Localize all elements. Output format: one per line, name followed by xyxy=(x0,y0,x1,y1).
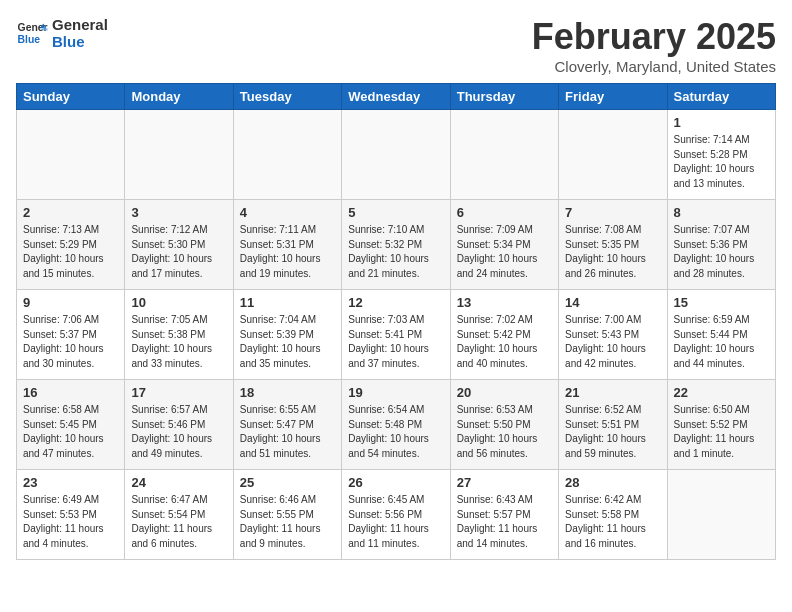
calendar-week-row: 1Sunrise: 7:14 AM Sunset: 5:28 PM Daylig… xyxy=(17,110,776,200)
calendar-day-cell: 27Sunrise: 6:43 AM Sunset: 5:57 PM Dayli… xyxy=(450,470,558,560)
calendar-day-cell: 23Sunrise: 6:49 AM Sunset: 5:53 PM Dayli… xyxy=(17,470,125,560)
day-number: 23 xyxy=(23,475,118,490)
calendar-day-cell: 11Sunrise: 7:04 AM Sunset: 5:39 PM Dayli… xyxy=(233,290,341,380)
calendar-day-cell: 17Sunrise: 6:57 AM Sunset: 5:46 PM Dayli… xyxy=(125,380,233,470)
day-info: Sunrise: 7:08 AM Sunset: 5:35 PM Dayligh… xyxy=(565,223,660,281)
calendar-day-cell xyxy=(450,110,558,200)
day-info: Sunrise: 6:47 AM Sunset: 5:54 PM Dayligh… xyxy=(131,493,226,551)
day-number: 2 xyxy=(23,205,118,220)
logo-text-blue: Blue xyxy=(52,33,108,50)
calendar-day-cell: 10Sunrise: 7:05 AM Sunset: 5:38 PM Dayli… xyxy=(125,290,233,380)
day-info: Sunrise: 6:53 AM Sunset: 5:50 PM Dayligh… xyxy=(457,403,552,461)
calendar-day-cell: 12Sunrise: 7:03 AM Sunset: 5:41 PM Dayli… xyxy=(342,290,450,380)
calendar-day-cell: 15Sunrise: 6:59 AM Sunset: 5:44 PM Dayli… xyxy=(667,290,775,380)
weekday-header-row: SundayMondayTuesdayWednesdayThursdayFrid… xyxy=(17,84,776,110)
calendar-day-cell: 4Sunrise: 7:11 AM Sunset: 5:31 PM Daylig… xyxy=(233,200,341,290)
day-info: Sunrise: 6:50 AM Sunset: 5:52 PM Dayligh… xyxy=(674,403,769,461)
day-info: Sunrise: 7:02 AM Sunset: 5:42 PM Dayligh… xyxy=(457,313,552,371)
calendar-table: SundayMondayTuesdayWednesdayThursdayFrid… xyxy=(16,83,776,560)
day-number: 21 xyxy=(565,385,660,400)
day-info: Sunrise: 6:59 AM Sunset: 5:44 PM Dayligh… xyxy=(674,313,769,371)
logo: General Blue General Blue xyxy=(16,16,108,50)
day-number: 16 xyxy=(23,385,118,400)
calendar-day-cell: 19Sunrise: 6:54 AM Sunset: 5:48 PM Dayli… xyxy=(342,380,450,470)
calendar-day-cell xyxy=(667,470,775,560)
calendar-day-cell: 9Sunrise: 7:06 AM Sunset: 5:37 PM Daylig… xyxy=(17,290,125,380)
calendar-day-cell xyxy=(342,110,450,200)
calendar-day-cell: 26Sunrise: 6:45 AM Sunset: 5:56 PM Dayli… xyxy=(342,470,450,560)
day-number: 14 xyxy=(565,295,660,310)
day-info: Sunrise: 6:42 AM Sunset: 5:58 PM Dayligh… xyxy=(565,493,660,551)
calendar-week-row: 23Sunrise: 6:49 AM Sunset: 5:53 PM Dayli… xyxy=(17,470,776,560)
day-info: Sunrise: 7:10 AM Sunset: 5:32 PM Dayligh… xyxy=(348,223,443,281)
day-info: Sunrise: 7:03 AM Sunset: 5:41 PM Dayligh… xyxy=(348,313,443,371)
day-info: Sunrise: 7:11 AM Sunset: 5:31 PM Dayligh… xyxy=(240,223,335,281)
month-title: February 2025 xyxy=(532,16,776,58)
day-number: 8 xyxy=(674,205,769,220)
calendar-day-cell: 7Sunrise: 7:08 AM Sunset: 5:35 PM Daylig… xyxy=(559,200,667,290)
calendar-day-cell: 1Sunrise: 7:14 AM Sunset: 5:28 PM Daylig… xyxy=(667,110,775,200)
calendar-day-cell: 24Sunrise: 6:47 AM Sunset: 5:54 PM Dayli… xyxy=(125,470,233,560)
calendar-week-row: 16Sunrise: 6:58 AM Sunset: 5:45 PM Dayli… xyxy=(17,380,776,470)
weekday-header-saturday: Saturday xyxy=(667,84,775,110)
day-number: 6 xyxy=(457,205,552,220)
calendar-day-cell: 6Sunrise: 7:09 AM Sunset: 5:34 PM Daylig… xyxy=(450,200,558,290)
calendar-day-cell: 13Sunrise: 7:02 AM Sunset: 5:42 PM Dayli… xyxy=(450,290,558,380)
day-number: 19 xyxy=(348,385,443,400)
logo-text-general: General xyxy=(52,16,108,33)
svg-text:Blue: Blue xyxy=(18,34,41,45)
day-info: Sunrise: 7:13 AM Sunset: 5:29 PM Dayligh… xyxy=(23,223,118,281)
day-info: Sunrise: 6:52 AM Sunset: 5:51 PM Dayligh… xyxy=(565,403,660,461)
day-number: 17 xyxy=(131,385,226,400)
day-number: 18 xyxy=(240,385,335,400)
calendar-day-cell: 25Sunrise: 6:46 AM Sunset: 5:55 PM Dayli… xyxy=(233,470,341,560)
logo-icon: General Blue xyxy=(16,17,48,49)
day-info: Sunrise: 6:49 AM Sunset: 5:53 PM Dayligh… xyxy=(23,493,118,551)
day-number: 4 xyxy=(240,205,335,220)
calendar-day-cell xyxy=(125,110,233,200)
day-number: 24 xyxy=(131,475,226,490)
day-number: 26 xyxy=(348,475,443,490)
day-info: Sunrise: 7:00 AM Sunset: 5:43 PM Dayligh… xyxy=(565,313,660,371)
day-info: Sunrise: 6:46 AM Sunset: 5:55 PM Dayligh… xyxy=(240,493,335,551)
day-number: 12 xyxy=(348,295,443,310)
weekday-header-wednesday: Wednesday xyxy=(342,84,450,110)
calendar-day-cell: 21Sunrise: 6:52 AM Sunset: 5:51 PM Dayli… xyxy=(559,380,667,470)
calendar-day-cell: 5Sunrise: 7:10 AM Sunset: 5:32 PM Daylig… xyxy=(342,200,450,290)
day-number: 22 xyxy=(674,385,769,400)
weekday-header-sunday: Sunday xyxy=(17,84,125,110)
calendar-day-cell: 8Sunrise: 7:07 AM Sunset: 5:36 PM Daylig… xyxy=(667,200,775,290)
calendar-day-cell: 3Sunrise: 7:12 AM Sunset: 5:30 PM Daylig… xyxy=(125,200,233,290)
weekday-header-friday: Friday xyxy=(559,84,667,110)
day-number: 13 xyxy=(457,295,552,310)
day-info: Sunrise: 6:45 AM Sunset: 5:56 PM Dayligh… xyxy=(348,493,443,551)
calendar-day-cell: 16Sunrise: 6:58 AM Sunset: 5:45 PM Dayli… xyxy=(17,380,125,470)
calendar-day-cell: 14Sunrise: 7:00 AM Sunset: 5:43 PM Dayli… xyxy=(559,290,667,380)
day-number: 27 xyxy=(457,475,552,490)
location-text: Cloverly, Maryland, United States xyxy=(532,58,776,75)
weekday-header-thursday: Thursday xyxy=(450,84,558,110)
day-info: Sunrise: 7:06 AM Sunset: 5:37 PM Dayligh… xyxy=(23,313,118,371)
day-info: Sunrise: 6:43 AM Sunset: 5:57 PM Dayligh… xyxy=(457,493,552,551)
day-number: 1 xyxy=(674,115,769,130)
day-info: Sunrise: 7:09 AM Sunset: 5:34 PM Dayligh… xyxy=(457,223,552,281)
calendar-day-cell xyxy=(17,110,125,200)
day-number: 3 xyxy=(131,205,226,220)
day-info: Sunrise: 6:55 AM Sunset: 5:47 PM Dayligh… xyxy=(240,403,335,461)
day-info: Sunrise: 7:05 AM Sunset: 5:38 PM Dayligh… xyxy=(131,313,226,371)
day-number: 7 xyxy=(565,205,660,220)
day-number: 11 xyxy=(240,295,335,310)
day-info: Sunrise: 6:57 AM Sunset: 5:46 PM Dayligh… xyxy=(131,403,226,461)
page-header: General Blue General Blue February 2025 … xyxy=(16,16,776,75)
calendar-week-row: 9Sunrise: 7:06 AM Sunset: 5:37 PM Daylig… xyxy=(17,290,776,380)
day-info: Sunrise: 6:58 AM Sunset: 5:45 PM Dayligh… xyxy=(23,403,118,461)
day-info: Sunrise: 6:54 AM Sunset: 5:48 PM Dayligh… xyxy=(348,403,443,461)
calendar-day-cell: 28Sunrise: 6:42 AM Sunset: 5:58 PM Dayli… xyxy=(559,470,667,560)
calendar-day-cell: 2Sunrise: 7:13 AM Sunset: 5:29 PM Daylig… xyxy=(17,200,125,290)
day-number: 28 xyxy=(565,475,660,490)
calendar-day-cell xyxy=(233,110,341,200)
day-info: Sunrise: 7:04 AM Sunset: 5:39 PM Dayligh… xyxy=(240,313,335,371)
calendar-week-row: 2Sunrise: 7:13 AM Sunset: 5:29 PM Daylig… xyxy=(17,200,776,290)
calendar-day-cell: 18Sunrise: 6:55 AM Sunset: 5:47 PM Dayli… xyxy=(233,380,341,470)
title-block: February 2025 Cloverly, Maryland, United… xyxy=(532,16,776,75)
